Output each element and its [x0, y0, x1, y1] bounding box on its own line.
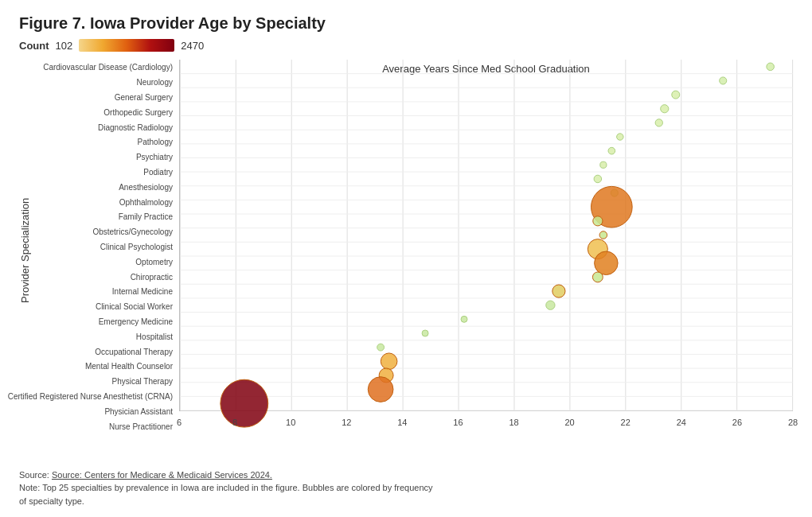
y-label: Emergency Medicine	[99, 317, 173, 326]
x-tick-label: 8	[232, 418, 237, 427]
bubble	[767, 63, 775, 71]
x-tick-label: 10	[286, 418, 295, 427]
y-label: Physician Assistant	[104, 406, 173, 415]
y-label: Physical Therapy	[111, 377, 173, 386]
y-label: Nurse Practitioner	[109, 422, 173, 430]
legend-max: 2470	[181, 40, 204, 52]
chart-area: Provider Specialization Cardiovascular D…	[19, 60, 793, 433]
y-label: Anesthesiology	[119, 182, 173, 191]
y-label: Mental Health Counselor	[85, 362, 173, 371]
footer-line1: Source: Source: Centers for Medicare & M…	[19, 468, 433, 482]
y-label: General Surgery	[115, 93, 173, 102]
legend: Count 102 2470	[19, 39, 793, 52]
y-label: Obstetrics/Gynecology	[92, 227, 173, 236]
y-label: Chiropractic	[131, 272, 173, 281]
bubble	[377, 344, 385, 351]
bubble	[422, 330, 428, 336]
x-tick-label: 20	[565, 418, 575, 427]
legend-gradient	[79, 39, 174, 52]
y-label: Certified Registered Nurse Anesthetist (…	[8, 392, 173, 401]
footer-line3: of specialty type.	[19, 495, 433, 508]
x-tick-label: 14	[397, 418, 407, 427]
x-tick-label: 24	[677, 418, 686, 427]
y-label: Neurology	[136, 78, 173, 87]
legend-min: 102	[56, 40, 73, 52]
main-container: Figure 7. Iowa Provider Age by Specialty…	[0, 0, 812, 517]
bubble	[552, 285, 565, 297]
footer: Source: Source: Centers for Medicare & M…	[19, 468, 433, 508]
bubble	[617, 134, 623, 140]
bubble	[594, 175, 602, 183]
bubble	[461, 316, 467, 322]
y-label: Clinical Social Worker	[96, 302, 173, 311]
footer-line2: Note: Top 25 specialties by prevalence i…	[19, 481, 433, 495]
plot-area	[179, 60, 793, 411]
bubble	[368, 377, 393, 402]
y-label: Psychiatry	[136, 153, 173, 161]
y-label: Ophthalmology	[119, 197, 173, 206]
legend-count-label: Count	[19, 40, 49, 52]
x-tick-label: 6	[177, 418, 182, 427]
y-label: Orthopedic Surgery	[103, 107, 173, 116]
x-tick-label: 26	[732, 418, 742, 427]
bubble	[546, 301, 555, 309]
y-label: Internal Medicine	[112, 287, 173, 296]
y-label: Hospitalist	[136, 332, 173, 340]
x-tick-label: 18	[509, 418, 518, 427]
y-label: Optometry	[135, 257, 173, 266]
y-label: Pathology	[138, 138, 173, 146]
bubble	[720, 77, 727, 84]
y-label: Diagnostic Radiology	[98, 122, 173, 131]
y-labels: Cardiovascular Disease (Cardiology)Neuro…	[34, 60, 176, 433]
x-axis-labels: 6810121416182022242628	[179, 414, 793, 433]
y-label: Family Practice	[119, 212, 173, 221]
footer-source-link[interactable]: Source: Centers for Medicare & Medicaid …	[52, 470, 272, 480]
x-tick-label: 22	[621, 418, 630, 427]
bubble	[599, 231, 607, 239]
bubble	[381, 353, 397, 370]
y-axis-label: Provider Specialization	[19, 68, 31, 433]
y-label: Cardiovascular Disease (Cardiology)	[43, 63, 173, 72]
bubble	[655, 119, 662, 126]
y-label: Podiatry	[143, 168, 173, 177]
bubble	[661, 105, 669, 113]
bubble	[595, 251, 618, 274]
bubble	[600, 161, 607, 168]
bubble	[593, 216, 603, 226]
y-label: Clinical Psychologist	[100, 243, 173, 251]
x-tick-label: 12	[342, 418, 351, 427]
bubble	[608, 147, 615, 154]
x-tick-label: 16	[453, 418, 463, 427]
bubble	[672, 91, 680, 99]
x-tick-label: 28	[788, 418, 798, 427]
bubble	[592, 272, 603, 282]
chart-inner: Cardiovascular Disease (Cardiology)Neuro…	[34, 60, 793, 433]
y-label: Occupational Therapy	[95, 347, 173, 356]
chart-title: Figure 7. Iowa Provider Age by Specialty	[19, 14, 793, 33]
